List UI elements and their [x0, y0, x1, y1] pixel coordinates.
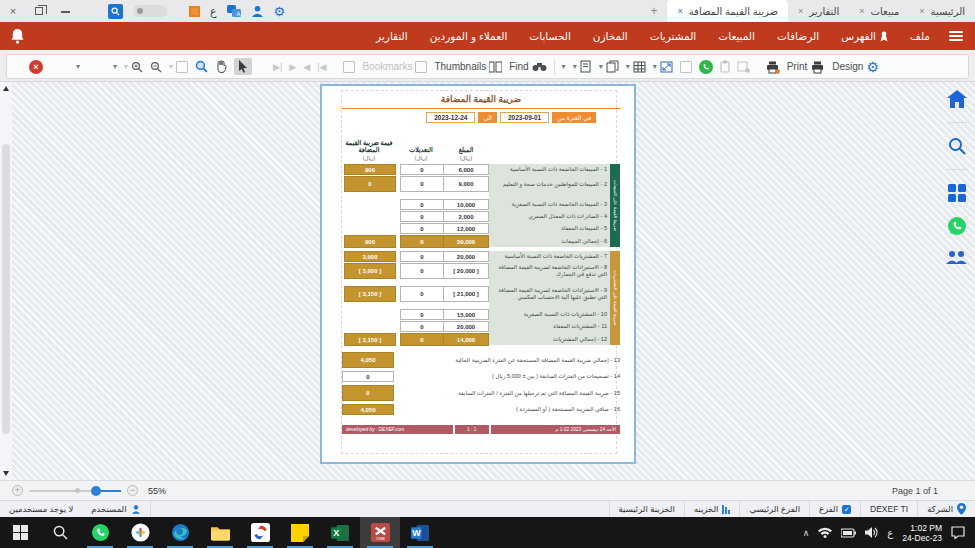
tab-home[interactable]: الرئيسية×	[909, 0, 975, 22]
taskbar-sticky-notes-icon[interactable]	[280, 517, 320, 548]
zoom-in-slider-button[interactable]: −	[127, 485, 138, 496]
hand-tool[interactable]	[215, 60, 227, 73]
zoom-out-button[interactable]	[150, 61, 162, 73]
first-page-button[interactable]: ▶|	[273, 62, 282, 72]
previous-page-button[interactable]: ▶	[289, 62, 296, 72]
user-status-item[interactable]: المستخدم	[82, 501, 150, 517]
taskbar-file-explorer-icon[interactable]	[200, 517, 240, 548]
export-settings-button[interactable]	[737, 61, 750, 73]
treasury-name[interactable]: الخزينة الرئيسية	[609, 501, 684, 517]
speaker-icon[interactable]	[865, 527, 878, 538]
print-button[interactable]: Print	[787, 60, 826, 74]
find-button[interactable]: Find	[509, 61, 546, 72]
menu-purchases[interactable]: المشتريات	[639, 30, 708, 42]
zoom-out-slider-button[interactable]: +	[12, 485, 23, 496]
notifications-bell-icon[interactable]	[10, 28, 25, 44]
last-page-button[interactable]: |◀	[317, 62, 326, 72]
close-tab-icon[interactable]: ×	[919, 6, 924, 16]
taskbar-word-icon[interactable]: W	[400, 517, 440, 548]
clipboard-button[interactable]	[720, 60, 730, 73]
tray-expand-chevron[interactable]: ∧	[803, 528, 810, 538]
title-bar: × ع A ⚙ الرئيسية× مبيعات× التقارير×	[0, 0, 975, 22]
menu-accounts[interactable]: الحسابات	[518, 30, 581, 42]
fit-page-dropdown[interactable]: ▾	[653, 61, 673, 73]
merge-button[interactable]	[680, 61, 692, 73]
search-icon[interactable]	[948, 137, 966, 155]
export-dropdown[interactable]: ▾	[113, 62, 117, 71]
page-setup-dropdown[interactable]: ▾	[573, 60, 592, 73]
user-icon[interactable]	[251, 5, 264, 18]
company-name[interactable]: DEXEF TI	[860, 501, 917, 517]
action-center-icon[interactable]	[951, 526, 965, 539]
pointer-tool-selected[interactable]	[234, 58, 252, 75]
treasury-status-item[interactable]: الخزينه	[684, 501, 740, 517]
close-tab-icon[interactable]: ×	[859, 6, 864, 16]
taskbar-edge-icon[interactable]	[160, 517, 200, 548]
hamburger-menu-icon[interactable]	[949, 29, 963, 43]
tab-sales[interactable]: مبيعات×	[849, 0, 909, 22]
taskbar-slack-icon[interactable]	[120, 517, 160, 548]
menu-file[interactable]: ملف	[899, 30, 941, 42]
taskbar-search-icon[interactable]	[40, 517, 80, 548]
tray-language-indicator[interactable]: ع	[887, 527, 893, 538]
users-group-icon[interactable]	[946, 250, 967, 266]
menu-reports[interactable]: التقارير	[365, 30, 419, 42]
start-button[interactable]	[0, 517, 40, 548]
apps-grid-icon[interactable]	[948, 184, 966, 202]
watermark-dropdown[interactable]: ▾	[76, 62, 80, 71]
menu-index[interactable]: الفهرس	[830, 30, 899, 42]
grid-options-dropdown[interactable]: ▾	[626, 61, 646, 73]
next-page-button[interactable]: ◀	[303, 62, 310, 72]
scrollbar-thumb[interactable]	[2, 144, 10, 434]
whatsapp-icon[interactable]	[947, 216, 967, 236]
whatsapp-share-icon[interactable]	[699, 60, 713, 74]
new-tab-button[interactable]: +	[640, 0, 667, 22]
zoom-slider-knob[interactable]	[91, 486, 101, 496]
design-gear-icon: ⚙	[866, 59, 879, 75]
taskbar-excel-icon[interactable]: X	[320, 517, 360, 548]
edit-page-button[interactable]	[343, 61, 355, 73]
tray-clock[interactable]: 1:02 PM 24-Dec-23	[902, 523, 942, 543]
tab-vat-report[interactable]: ضريبة القيمة المضافة×	[667, 0, 788, 22]
thumbnails-button[interactable]: Thumbnails	[434, 61, 502, 73]
menu-stores[interactable]: المخازن	[582, 30, 639, 42]
zoom-in-button[interactable]: ▾	[124, 61, 143, 73]
scroll-down-arrow[interactable]	[3, 471, 9, 476]
bookmarks-button[interactable]: Bookmarks	[362, 61, 427, 73]
close-tab-icon[interactable]: ×	[798, 6, 803, 16]
search-icon[interactable]	[108, 4, 123, 19]
branch-name[interactable]: الفرع الرئيسي	[739, 501, 809, 517]
menu-clients-suppliers[interactable]: العملاء و الموردين	[419, 30, 519, 42]
translate-icon[interactable]: A	[227, 5, 241, 18]
taskbar-dexef-sync-icon[interactable]	[240, 517, 280, 548]
report-page[interactable]: ضريبة القيمة المضافة في الفترة من 2023-0…	[320, 84, 636, 464]
color-swatch-icon[interactable]	[189, 6, 200, 17]
branch-status-item[interactable]: ✓ الفرع	[809, 501, 860, 517]
taskbar-dexef-one-icon[interactable]: ONE	[360, 517, 400, 548]
design-button[interactable]: Design ⚙	[832, 59, 879, 75]
theme-toggle[interactable]	[133, 5, 167, 17]
scale-dropdown[interactable]: ▾	[562, 62, 566, 71]
settings-gears-icon[interactable]: ⚙	[274, 4, 286, 19]
company-status-item[interactable]: الشركة	[917, 501, 975, 517]
vertical-scrollbar[interactable]	[0, 82, 12, 480]
close-window-button[interactable]: ×	[0, 5, 26, 17]
multipage-view-dropdown[interactable]: ▾	[169, 61, 188, 73]
close-tab-icon[interactable]: ×	[677, 6, 682, 16]
copies-dropdown[interactable]: ▾	[599, 60, 619, 73]
minimize-window-button[interactable]	[52, 5, 78, 17]
language-letter[interactable]: ع	[210, 5, 217, 18]
home-icon[interactable]	[947, 90, 967, 108]
quick-print-icon[interactable]	[765, 60, 780, 74]
taskbar-whatsapp-icon[interactable]	[80, 517, 120, 548]
magnifier-tool[interactable]	[195, 60, 208, 73]
scroll-up-arrow[interactable]	[3, 86, 9, 91]
zoom-slider[interactable]	[29, 490, 121, 492]
tab-reports[interactable]: التقارير×	[788, 0, 849, 22]
battery-icon[interactable]	[841, 528, 856, 538]
close-preview-button[interactable]: ×	[29, 60, 43, 74]
menu-addons[interactable]: الرضافات	[766, 30, 830, 42]
restore-window-button[interactable]	[26, 5, 52, 17]
menu-sales[interactable]: المبيعات	[707, 30, 766, 42]
wifi-icon[interactable]	[818, 527, 832, 538]
